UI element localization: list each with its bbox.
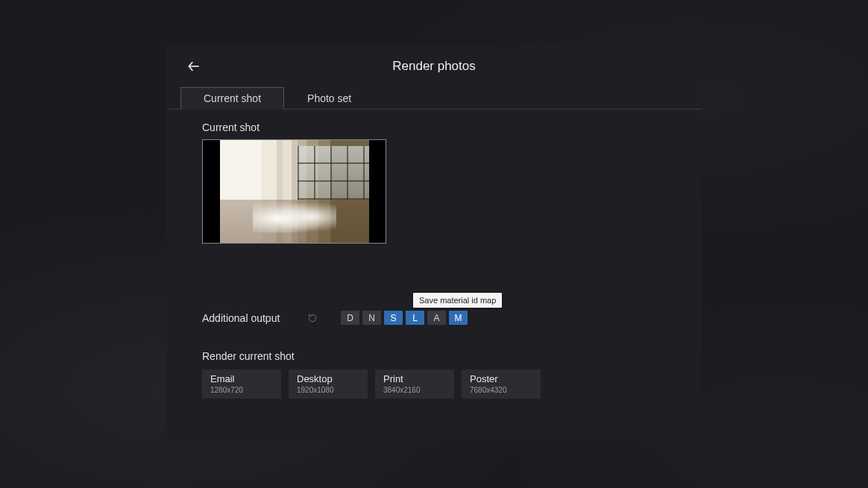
reset-icon [307, 313, 318, 323]
render-option-title: Desktop [297, 373, 359, 385]
arrow-left-icon [186, 59, 201, 74]
tab-photo-set[interactable]: Photo set [284, 87, 374, 110]
additional-output-chips: D N S L A M [341, 311, 468, 325]
current-shot-label: Current shot [202, 121, 666, 133]
additional-output-label: Additional output [202, 312, 284, 324]
output-chip-m[interactable]: M [449, 311, 468, 325]
chip-tooltip: Save material id map [413, 293, 502, 308]
render-current-shot-label: Render current shot [202, 350, 666, 362]
output-chip-d[interactable]: D [341, 311, 359, 325]
render-option-resolution: 1920x1080 [297, 386, 359, 395]
render-option-title: Print [383, 373, 446, 385]
additional-output-reset-button[interactable] [306, 312, 318, 324]
render-option-poster[interactable]: Poster 7680x4320 [462, 370, 541, 399]
current-shot-thumbnail[interactable] [202, 139, 386, 244]
render-options-row: Email 1280x720 Desktop 1920x1080 Print 3… [202, 370, 666, 399]
additional-output-row: Additional output D N S L A M Save mater… [202, 311, 666, 325]
output-chip-n[interactable]: N [362, 311, 381, 325]
render-option-desktop[interactable]: Desktop 1920x1080 [289, 370, 368, 399]
tab-label: Photo set [307, 92, 351, 104]
panel-title: Render photos [392, 59, 476, 74]
render-option-resolution: 7680x4320 [470, 386, 532, 395]
output-chip-l[interactable]: L [406, 311, 424, 325]
tab-bar: Current shot Photo set [166, 86, 702, 110]
tab-current-shot[interactable]: Current shot [180, 87, 284, 110]
render-option-print[interactable]: Print 3840x2160 [375, 370, 454, 399]
output-chip-s[interactable]: S [384, 311, 403, 325]
render-photos-panel: Render photos Current shot Photo set Cur… [166, 46, 702, 441]
render-option-resolution: 3840x2160 [383, 386, 446, 395]
panel-header: Render photos [166, 46, 702, 86]
panel-content: Current shot Additional output D N S L A… [166, 110, 702, 413]
tab-label: Current shot [204, 92, 261, 104]
render-option-title: Email [210, 373, 273, 385]
render-option-resolution: 1280x720 [210, 386, 273, 395]
render-option-email[interactable]: Email 1280x720 [202, 370, 281, 399]
back-button[interactable] [186, 58, 202, 75]
render-option-title: Poster [470, 373, 532, 385]
shot-image [220, 140, 369, 243]
output-chip-a[interactable]: A [427, 311, 446, 325]
